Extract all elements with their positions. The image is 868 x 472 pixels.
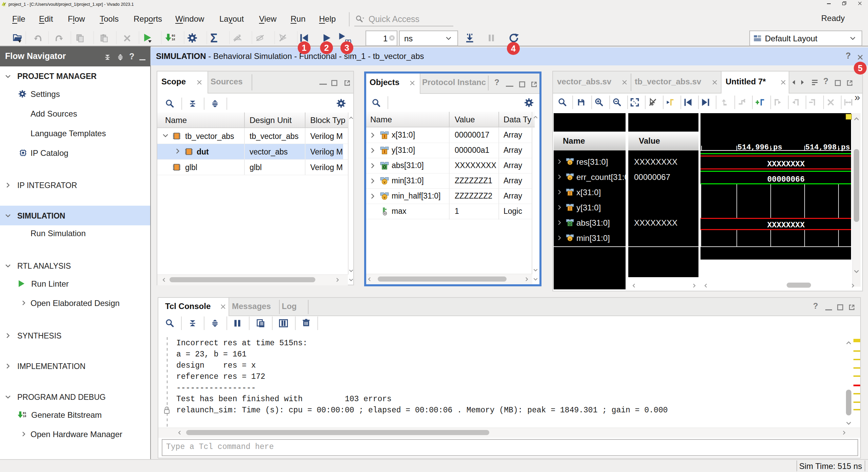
- svg-text:I: I: [384, 134, 385, 139]
- svg-text:10: 10: [23, 415, 26, 418]
- svg-text:O: O: [568, 222, 571, 226]
- svg-text:v: v: [569, 161, 571, 165]
- svg-text:v: v: [383, 180, 386, 184]
- svg-text:v: v: [569, 237, 571, 241]
- svg-text:v: v: [569, 176, 571, 180]
- svg-text:I: I: [384, 149, 385, 154]
- svg-text:I: I: [569, 191, 570, 196]
- svg-text:I: I: [569, 206, 570, 211]
- svg-text:O: O: [383, 164, 386, 169]
- svg-text:10: 10: [172, 38, 175, 41]
- svg-text:v: v: [383, 195, 386, 199]
- svg-text:01: 01: [172, 34, 175, 38]
- svg-text:01: 01: [23, 412, 26, 415]
